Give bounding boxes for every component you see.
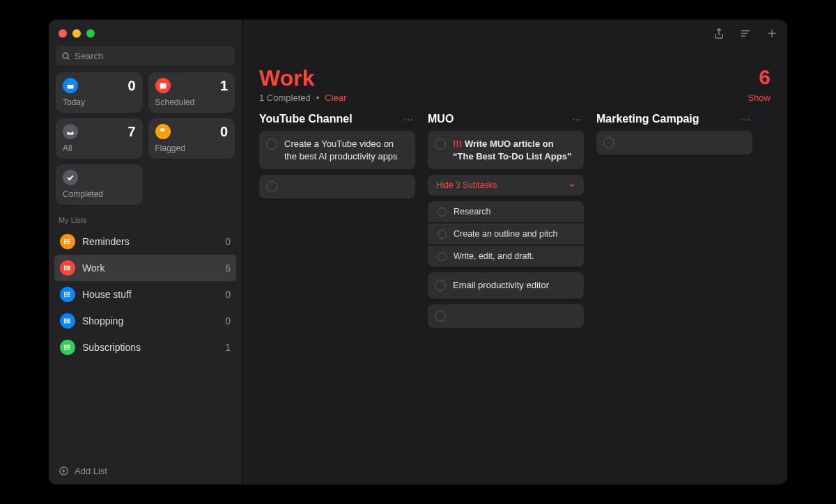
complete-toggle[interactable] bbox=[435, 280, 446, 291]
svg-point-22 bbox=[65, 296, 65, 297]
tile-scheduled-label: Scheduled bbox=[155, 97, 229, 107]
complete-toggle[interactable] bbox=[438, 252, 447, 261]
svg-rect-3 bbox=[68, 84, 74, 86]
fullscreen-window-button[interactable] bbox=[86, 29, 95, 38]
subtask-item[interactable]: Create an outline and pitch bbox=[428, 223, 584, 244]
tile-completed[interactable]: Completed bbox=[56, 164, 143, 205]
column-title: Marketing Campaig bbox=[596, 113, 699, 125]
page-title: Work bbox=[259, 65, 314, 91]
tile-flagged[interactable]: 0 Flagged bbox=[148, 118, 235, 159]
subtask-text: Create an outline and pitch bbox=[454, 229, 557, 239]
new-task-placeholder[interactable] bbox=[428, 304, 584, 328]
svg-point-21 bbox=[65, 294, 65, 295]
column-more-button[interactable]: ··· bbox=[571, 113, 584, 125]
minimize-window-button[interactable] bbox=[72, 29, 81, 38]
sidebar-item-count: 1 bbox=[225, 342, 231, 353]
column-muo: MUO ··· !!!Write MUO article on “The Bes… bbox=[428, 113, 584, 328]
task-text: Create a YouTube video on the best AI pr… bbox=[284, 138, 407, 162]
tile-completed-label: Completed bbox=[63, 189, 136, 199]
svg-point-15 bbox=[65, 268, 65, 269]
subtask-text: Write, edit, and draft. bbox=[454, 251, 534, 261]
complete-toggle[interactable] bbox=[438, 207, 447, 216]
complete-toggle[interactable] bbox=[438, 230, 447, 239]
search-input[interactable]: Search bbox=[56, 46, 235, 65]
show-button[interactable]: Show bbox=[748, 93, 771, 103]
sidebar-item-label: Work bbox=[82, 262, 104, 274]
column-more-button[interactable]: ··· bbox=[402, 113, 415, 125]
add-list-button[interactable]: Add List bbox=[49, 457, 242, 485]
sidebar-item-count: 0 bbox=[225, 289, 231, 300]
subtask-text: Research bbox=[454, 207, 491, 216]
svg-line-1 bbox=[68, 57, 69, 58]
task-text: Email productivity editor bbox=[453, 279, 549, 292]
task-card[interactable]: !!!Write MUO article on “The Best To-Do … bbox=[428, 131, 584, 169]
column-youtube-channel: YouTube Channel ··· Create a YouTube vid… bbox=[259, 113, 415, 198]
sidebar-item-label: House stuff bbox=[82, 289, 132, 300]
list-icon bbox=[60, 340, 75, 355]
share-button[interactable] bbox=[712, 26, 726, 40]
tile-flagged-count: 0 bbox=[220, 124, 228, 140]
list-icon bbox=[60, 287, 75, 302]
svg-point-28 bbox=[65, 322, 65, 323]
sidebar-item-work[interactable]: Work 6 bbox=[54, 255, 236, 281]
close-window-button[interactable] bbox=[59, 29, 67, 38]
svg-point-16 bbox=[65, 269, 65, 270]
svg-rect-4 bbox=[160, 84, 166, 89]
tile-today[interactable]: 0 Today bbox=[56, 72, 143, 113]
smart-lists-grid: 0 Today 1 Scheduled 7 bbox=[49, 72, 242, 205]
column-more-button[interactable]: ··· bbox=[739, 113, 752, 125]
priority-indicator: !!! bbox=[453, 139, 462, 149]
tile-scheduled[interactable]: 1 Scheduled bbox=[148, 72, 235, 113]
clear-button[interactable]: Clear bbox=[325, 93, 346, 103]
complete-toggle[interactable] bbox=[435, 310, 446, 322]
tile-all-label: All bbox=[63, 143, 136, 153]
sidebar-item-subscriptions[interactable]: Subscriptions 1 bbox=[54, 334, 236, 361]
page-count: 6 bbox=[759, 65, 771, 89]
tile-flagged-label: Flagged bbox=[155, 143, 229, 153]
view-options-button[interactable] bbox=[738, 26, 752, 40]
complete-toggle[interactable] bbox=[435, 139, 446, 150]
complete-toggle[interactable] bbox=[266, 181, 277, 192]
new-task-placeholder[interactable] bbox=[259, 175, 415, 198]
svg-point-34 bbox=[65, 349, 65, 349]
tile-all[interactable]: 7 All bbox=[56, 118, 143, 159]
task-text: !!!Write MUO article on “The Best To-Do … bbox=[453, 138, 575, 162]
sidebar-item-house-stuff[interactable]: House stuff 0 bbox=[54, 281, 236, 308]
list-icon bbox=[60, 234, 75, 249]
toolbar bbox=[712, 26, 779, 40]
sidebar-item-shopping[interactable]: Shopping 0 bbox=[54, 308, 236, 334]
svg-point-0 bbox=[63, 53, 68, 58]
task-card[interactable]: Create a YouTube video on the best AI pr… bbox=[259, 131, 415, 169]
calendar-icon bbox=[63, 78, 78, 93]
new-task-placeholder[interactable] bbox=[596, 131, 752, 155]
add-reminder-button[interactable] bbox=[765, 26, 779, 40]
sidebar-item-label: Shopping bbox=[82, 315, 123, 326]
svg-point-20 bbox=[65, 292, 65, 293]
sidebar-item-reminders[interactable]: Reminders 0 bbox=[54, 228, 236, 255]
search-icon bbox=[61, 52, 70, 61]
search-placeholder: Search bbox=[75, 51, 103, 61]
svg-point-33 bbox=[65, 347, 65, 348]
content-area: Work 6 1 Completed • Clear Show YouTube … bbox=[242, 19, 787, 485]
columns: YouTube Channel ··· Create a YouTube vid… bbox=[259, 113, 771, 328]
main-panel: Work 6 1 Completed • Clear Show YouTube … bbox=[242, 19, 787, 485]
window-controls bbox=[49, 19, 242, 46]
bullet-separator: • bbox=[316, 93, 320, 103]
svg-point-27 bbox=[65, 321, 65, 322]
list-icon bbox=[60, 313, 75, 329]
sidebar-section-label: My Lists bbox=[49, 205, 242, 228]
subtasks-toggle-label: Hide 3 Subtasks bbox=[436, 180, 497, 190]
subtasks-toggle[interactable]: Hide 3 Subtasks bbox=[428, 175, 584, 196]
tray-icon bbox=[63, 124, 78, 139]
subtask-item[interactable]: Write, edit, and draft. bbox=[428, 246, 584, 267]
subtask-list: Research Create an outline and pitch Wri… bbox=[428, 201, 584, 267]
completed-text: 1 Completed bbox=[259, 93, 311, 103]
chevron-down-icon bbox=[568, 182, 575, 189]
complete-toggle[interactable] bbox=[266, 139, 277, 150]
svg-point-10 bbox=[65, 243, 65, 244]
task-card[interactable]: Email productivity editor bbox=[428, 272, 584, 299]
sidebar-item-count: 0 bbox=[225, 236, 231, 247]
subtask-item[interactable]: Research bbox=[428, 201, 584, 222]
complete-toggle[interactable] bbox=[603, 137, 614, 148]
tile-today-count: 0 bbox=[127, 78, 135, 94]
